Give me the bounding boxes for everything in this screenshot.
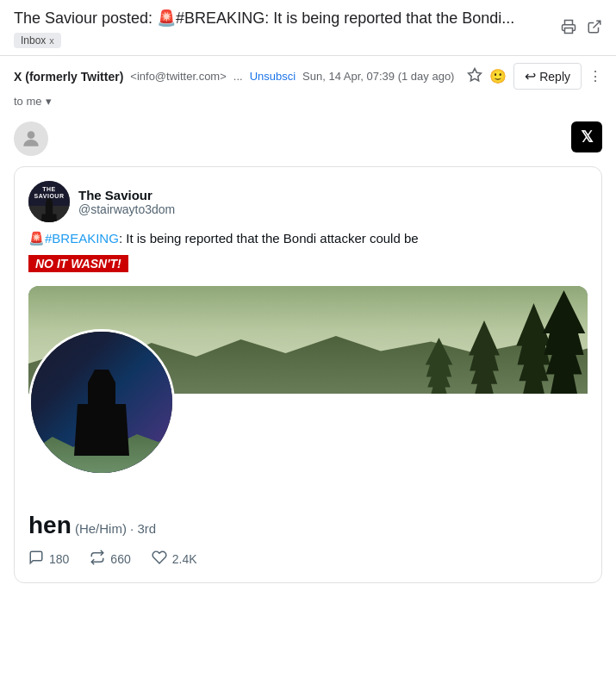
sender-email: <info@twitter.com>	[130, 70, 226, 83]
subject-text: The Saviour posted: 🚨#BREAKING: It is be…	[14, 9, 514, 28]
reply-arrow-icon: ↩	[525, 68, 536, 84]
to-me-chevron[interactable]: ▾	[46, 95, 52, 108]
to-me-row: to me ▾	[0, 93, 616, 115]
tweet-stats: 180 660 2.4K	[28, 550, 588, 569]
tweet-user-info: The Saviour @stairwayto3dom	[78, 188, 175, 216]
email-actions: 🙂 ↩ Reply ⋮	[467, 63, 602, 90]
like-count: 2.4K	[172, 552, 197, 566]
more-options-icon[interactable]: ⋮	[588, 68, 602, 84]
tweet-header: THE SAVIOUR The Saviour @stairwayto3dom	[28, 181, 588, 222]
inbox-badge: Inbox x	[14, 33, 61, 48]
tweet-user-avatar: THE SAVIOUR	[28, 181, 70, 222]
top-bar: The Saviour posted: 🚨#BREAKING: It is be…	[0, 0, 616, 56]
tweet-avatar-text-line1: THE	[42, 186, 56, 193]
retweet-stat[interactable]: 660	[90, 550, 130, 569]
tweet-card: THE SAVIOUR The Saviour @stairwayto3dom …	[14, 166, 602, 583]
like-icon	[152, 550, 167, 569]
comment-stat[interactable]: 180	[28, 550, 69, 569]
comment-icon	[28, 550, 44, 569]
top-icons	[561, 19, 602, 38]
email-meta: X (formerly Twitter) <info@twitter.com> …	[0, 56, 616, 93]
emoji-icon[interactable]: 🙂	[489, 68, 507, 84]
profile-name-suffix: (He/Him) · 3rd	[72, 521, 156, 536]
subject-area: The Saviour posted: 🚨#BREAKING: It is be…	[14, 9, 561, 48]
tweet-circle-photo	[28, 329, 175, 476]
star-icon[interactable]	[467, 67, 482, 86]
tweet-hashtag[interactable]: #BREAKING	[45, 231, 119, 246]
tweet-content: 🚨#BREAKING: It is being reported that th…	[28, 231, 588, 246]
inbox-label: Inbox	[21, 34, 46, 47]
tweet-handle: @stairwayto3dom	[78, 202, 175, 216]
sender-avatar	[14, 121, 48, 156]
x-logo: 𝕏	[571, 121, 602, 152]
reply-button[interactable]: ↩ Reply	[513, 63, 582, 90]
svg-point-3	[28, 131, 35, 139]
to-me-text: to me	[14, 95, 42, 108]
email-date: Sun, 14 Apr, 07:39 (1 day ago)	[302, 70, 454, 83]
tweet-siren-emoji: 🚨	[28, 231, 45, 246]
profile-name-line: hen (He/Him) · 3rd	[28, 512, 588, 539]
avatar-row: 𝕏	[0, 115, 616, 163]
circle-figure	[67, 370, 136, 456]
tweet-avatar-inner: THE SAVIOUR	[28, 181, 70, 222]
tweet-username: The Saviour	[78, 188, 175, 202]
circle-photo-inner	[31, 332, 172, 473]
svg-marker-2	[469, 68, 482, 80]
svg-rect-0	[565, 28, 573, 34]
comment-count: 180	[49, 552, 69, 566]
svg-line-1	[594, 21, 600, 28]
unsubscribe-link[interactable]: Unsubsci	[250, 70, 296, 83]
profile-name-prefix: hen	[28, 512, 72, 538]
tweet-image	[28, 286, 588, 501]
retweet-icon	[90, 550, 105, 569]
retweet-count: 660	[110, 552, 130, 566]
breaking-banner: NO IT WASN'T!	[28, 255, 128, 272]
like-stat[interactable]: 2.4K	[152, 550, 197, 569]
print-icon[interactable]	[561, 19, 576, 38]
new-window-icon[interactable]	[587, 19, 602, 38]
sender-ellipsis: ...	[233, 70, 243, 83]
inbox-x-button[interactable]: x	[49, 35, 54, 46]
tweet-text: : It is being reported that the Bondi at…	[119, 231, 419, 246]
sender-name: X (formerly Twitter)	[14, 70, 123, 84]
reply-label: Reply	[539, 70, 570, 84]
